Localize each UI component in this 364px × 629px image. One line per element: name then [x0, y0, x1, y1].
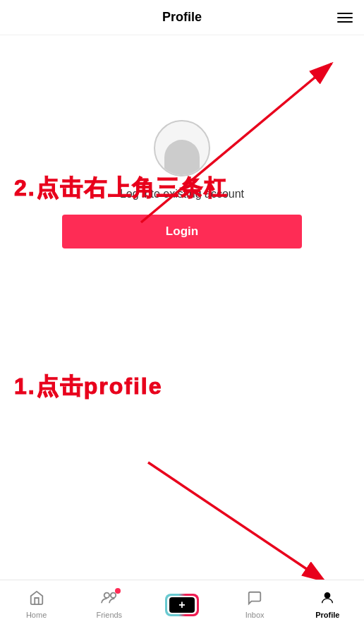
svg-line-3	[148, 462, 324, 581]
nav-label-profile: Profile	[315, 611, 339, 619]
svg-point-6	[325, 593, 330, 598]
svg-point-5	[111, 593, 116, 598]
nav-item-home[interactable]: Home	[16, 590, 58, 619]
app-header: Profile	[0, 0, 364, 35]
nav-item-profile[interactable]: Profile	[306, 590, 348, 619]
nav-item-friends[interactable]: Friends	[88, 590, 131, 619]
add-post-button[interactable]: +	[165, 594, 199, 616]
avatar-area	[154, 120, 210, 176]
svg-point-4	[104, 593, 109, 598]
home-icon	[29, 590, 44, 609]
annotation-bottom: 1.点击profile	[14, 371, 162, 402]
menu-line-2	[337, 17, 353, 18]
avatar-body-shape	[164, 140, 200, 175]
inbox-icon	[247, 590, 262, 609]
page-title: Profile	[162, 10, 202, 25]
menu-line-3	[337, 21, 353, 23]
nav-item-add[interactable]: +	[161, 594, 203, 616]
menu-button[interactable]	[337, 13, 353, 23]
friends-notification-badge	[115, 588, 121, 594]
bottom-navigation: Home Friends + Inbox	[0, 580, 364, 629]
nav-label-friends: Friends	[96, 611, 122, 619]
login-prompt-text: Log into existing account	[120, 188, 244, 200]
nav-label-home: Home	[26, 611, 47, 619]
profile-icon	[320, 590, 335, 609]
nav-item-inbox[interactable]: Inbox	[233, 590, 276, 619]
menu-line-1	[337, 13, 353, 14]
main-content: Log into existing account Login	[0, 35, 364, 263]
plus-icon: +	[169, 597, 195, 613]
avatar	[154, 120, 210, 176]
login-button[interactable]: Login	[62, 215, 302, 248]
friends-badge-container	[100, 590, 119, 609]
nav-label-inbox: Inbox	[245, 611, 265, 619]
